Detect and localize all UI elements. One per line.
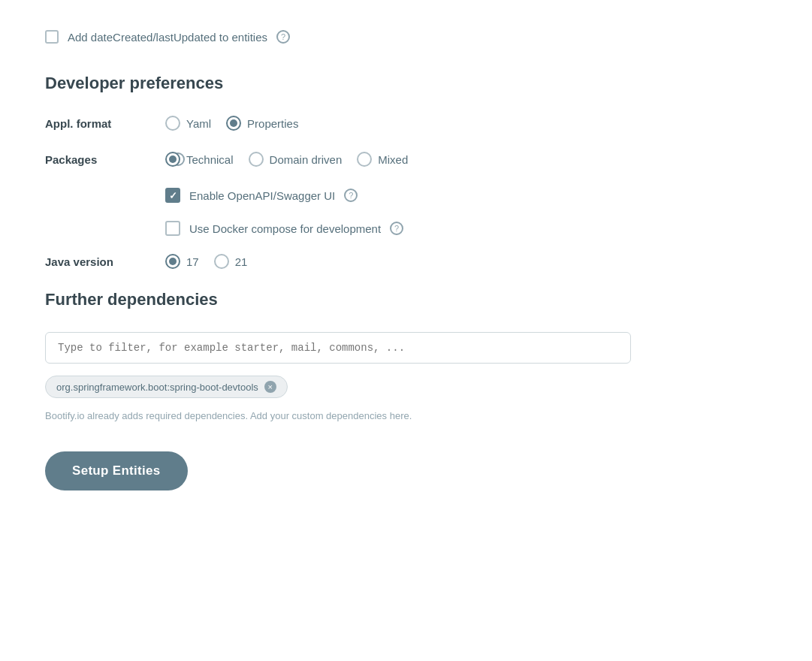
date-created-help-icon[interactable]: ? [276,30,290,44]
appl-format-label: Appl. format [45,117,165,130]
docker-checkbox[interactable] [165,221,180,236]
developer-preferences-section: Developer preferences Appl. format Yaml … [45,74,767,269]
packages-domain-driven-radio[interactable] [249,152,264,167]
packages-mixed-radio[interactable] [357,152,372,167]
spring-boot-devtools-tag: org.springframework.boot:spring-boot-dev… [45,376,288,398]
further-dependencies-title: Further dependencies [45,290,767,309]
date-created-label: Add dateCreated/lastUpdated to entities [68,31,267,44]
packages-domain-driven-label: Domain driven [270,153,343,166]
java-version-row: Java version 17 21 [45,254,767,269]
openapi-help-icon[interactable]: ? [344,189,358,202]
date-created-checkbox[interactable] [45,30,59,44]
docker-checkbox-row: Use Docker compose for development ? [165,221,767,236]
packages-label: Packages [45,153,165,166]
filter-input-wrap[interactable] [45,332,631,364]
appl-format-yaml-label: Yaml [186,117,211,130]
appl-format-properties-option[interactable]: Properties [226,116,298,131]
java-17-radio[interactable] [165,254,180,269]
java-17-option[interactable]: 17 [165,254,199,269]
docker-label: Use Docker compose for development [189,222,381,235]
openapi-checkbox[interactable] [165,188,180,203]
openapi-checkbox-row: Enable OpenAPI/Swagger UI ? [165,188,767,203]
developer-preferences-title: Developer preferences [45,74,767,93]
appl-format-yaml-radio[interactable] [165,116,180,131]
setup-entities-button[interactable]: Setup Entities [45,451,188,490]
packages-technical-label: Technical [186,153,234,166]
spring-boot-devtools-remove[interactable]: × [264,381,276,393]
java-21-label: 21 [235,255,248,268]
java-version-radio-group: 17 21 [165,254,247,269]
java-21-option[interactable]: 21 [214,254,248,269]
main-card: Add dateCreated/lastUpdated to entities … [0,0,812,661]
java-17-label: 17 [186,255,199,268]
appl-format-radio-group: Yaml Properties [165,116,298,131]
packages-technical-radio[interactable] [165,152,180,167]
appl-format-properties-radio[interactable] [226,116,241,131]
packages-radio-group: Technical Domain driven Mixed [165,152,408,167]
packages-mixed-option[interactable]: Mixed [357,152,408,167]
packages-label-wrap: Packages ? [45,152,165,166]
packages-domain-driven-option[interactable]: Domain driven [249,152,343,167]
top-checkbox-row: Add dateCreated/lastUpdated to entities … [45,23,767,44]
java-version-label: Java version [45,255,165,268]
java-21-radio[interactable] [214,254,229,269]
further-dependencies-section: Further dependencies org.springframework… [45,290,767,490]
dependency-tag-row: org.springframework.boot:spring-boot-dev… [45,376,767,398]
spring-boot-devtools-label: org.springframework.boot:spring-boot-dev… [56,382,258,393]
helper-text: Bootify.io already adds required depende… [45,410,767,421]
docker-help-icon[interactable]: ? [390,222,403,235]
appl-format-properties-label: Properties [247,117,298,130]
appl-format-row: Appl. format Yaml Properties [45,116,767,131]
filter-input[interactable] [58,342,618,354]
packages-mixed-label: Mixed [378,153,408,166]
openapi-label: Enable OpenAPI/Swagger UI [189,189,335,202]
packages-technical-option[interactable]: Technical [165,152,234,167]
appl-format-yaml-option[interactable]: Yaml [165,116,211,131]
packages-row: Packages ? Technical Domain driven Mixed [45,152,767,167]
